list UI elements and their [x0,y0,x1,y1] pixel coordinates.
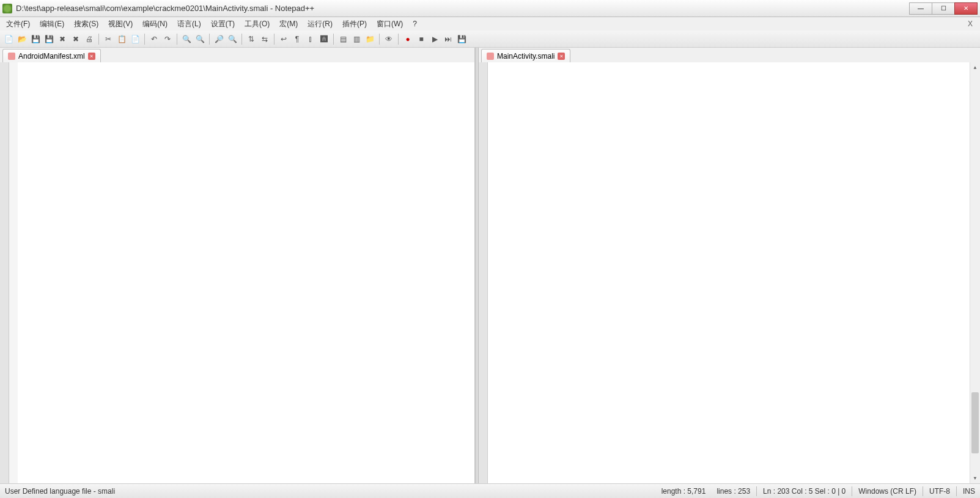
zoom-in-icon[interactable]: 🔎 [213,33,225,45]
doc-map-icon[interactable]: ▤ [337,33,349,45]
left-gutter [0,62,9,483]
lang-icon[interactable]: 🅰 [318,33,330,45]
paste-icon[interactable]: 📄 [129,33,141,45]
all-chars-icon[interactable]: ¶ [291,33,303,45]
menu-view[interactable]: 视图(V) [105,18,136,31]
tab-label: MainActivity.smali [497,52,554,60]
save-icon[interactable]: 💾 [29,33,42,45]
status-insert-mode: INS [963,487,975,496]
left-pane: AndroidManifest.xml × [0,48,475,483]
monitor-icon[interactable]: 👁 [383,33,395,45]
open-file-icon[interactable]: 📂 [16,33,28,45]
save-macro-icon[interactable]: 💾 [455,33,468,45]
func-list-icon[interactable]: ▥ [350,33,363,45]
menu-search[interactable]: 搜索(S) [70,18,102,31]
status-encoding: UTF-8 [929,487,950,496]
close-file-icon[interactable]: ✖ [56,33,68,45]
status-lines: lines : 253 [717,487,750,496]
menu-tools[interactable]: 工具(O) [241,18,273,31]
status-length: length : 5,791 [661,487,706,496]
menu-run[interactable]: 运行(R) [304,18,336,31]
print-icon[interactable]: 🖨 [83,33,95,45]
app-icon [2,4,12,13]
status-language: User Defined language file - smali [5,487,115,496]
replace-icon[interactable]: 🔍 [194,33,206,45]
toolbar: 📄 📂 💾 💾 ✖ ✖ 🖨 ✂ 📋 📄 ↶ ↷ 🔍 🔍 🔎 🔍 ⇅ ⇆ ↩ ¶ … [0,31,980,48]
window-title: D:\test\app-release\smali\com\example\cr… [16,4,910,13]
undo-icon[interactable]: ↶ [148,33,160,45]
menubar-close-icon[interactable]: X [964,18,978,29]
left-fold-column[interactable] [9,62,18,483]
menubar: 文件(F) 编辑(E) 搜索(S) 视图(V) 编码(N) 语言(L) 设置(T… [0,17,980,31]
menu-settings[interactable]: 设置(T) [207,18,238,31]
redo-icon[interactable]: ↷ [161,33,174,45]
right-gutter [479,62,488,483]
menu-help[interactable]: ? [409,18,421,29]
copy-icon[interactable]: 📋 [116,33,128,45]
play-icon[interactable]: ▶ [429,33,441,45]
scroll-thumb[interactable] [971,392,979,453]
tab-close-icon[interactable]: × [88,53,95,60]
tab-androidmanifest[interactable]: AndroidManifest.xml × [2,49,101,62]
play-multi-icon[interactable]: ⏭ [442,33,454,45]
maximize-button[interactable]: ☐ [932,2,955,15]
right-scrollbar[interactable]: ▲ ▼ [970,62,980,483]
record-icon[interactable]: ● [402,33,414,45]
right-editor[interactable]: ▲ ▼ [479,62,980,483]
tab-label: AndroidManifest.xml [18,52,85,60]
save-all-icon[interactable]: 💾 [43,33,55,45]
stop-icon[interactable]: ■ [415,33,427,45]
tab-close-icon[interactable]: × [558,53,565,60]
left-editor[interactable] [0,62,474,483]
indent-guide-icon[interactable]: ⫿ [304,33,317,45]
titlebar: D:\test\app-release\smali\com\example\cr… [0,0,980,17]
menu-language[interactable]: 语言(L) [174,18,205,31]
statusbar: User Defined language file - smali lengt… [0,483,980,498]
sync-h-icon[interactable]: ⇆ [259,33,271,45]
new-file-icon[interactable]: 📄 [2,33,15,45]
window-controls: — ☐ ✕ [910,2,978,15]
right-pane: MainActivity.smali × ▲ ▼ [479,48,980,483]
right-tabs: MainActivity.smali × [479,48,980,62]
wordwrap-icon[interactable]: ↩ [278,33,290,45]
file-icon [487,53,494,60]
menu-file[interactable]: 文件(F) [2,18,34,31]
close-all-icon[interactable]: ✖ [70,33,82,45]
scroll-up-icon[interactable]: ▲ [970,62,980,73]
right-code-area[interactable] [488,62,970,483]
scroll-down-icon[interactable]: ▼ [970,473,980,483]
folder-icon[interactable]: 📁 [364,33,376,45]
file-icon [8,53,15,60]
sync-v-icon[interactable]: ⇅ [245,33,257,45]
workspace: AndroidManifest.xml × MainActivity.smali… [0,48,980,483]
menu-plugins[interactable]: 插件(P) [339,18,370,31]
left-code-area[interactable] [18,62,474,483]
zoom-out-icon[interactable]: 🔍 [226,33,238,45]
find-icon[interactable]: 🔍 [180,33,193,45]
menu-macro[interactable]: 宏(M) [276,18,301,31]
status-position: Ln : 203 Col : 5 Sel : 0 | 0 [763,487,846,496]
close-button[interactable]: ✕ [954,2,978,15]
menu-edit[interactable]: 编辑(E) [36,18,68,31]
menu-window[interactable]: 窗口(W) [373,18,407,31]
tab-mainactivity[interactable]: MainActivity.smali × [481,49,570,62]
status-eol: Windows (CR LF) [858,487,916,496]
minimize-button[interactable]: — [909,2,932,15]
left-tabs: AndroidManifest.xml × [0,48,474,62]
cut-icon[interactable]: ✂ [102,33,114,45]
menu-encoding[interactable]: 编码(N) [139,18,171,31]
